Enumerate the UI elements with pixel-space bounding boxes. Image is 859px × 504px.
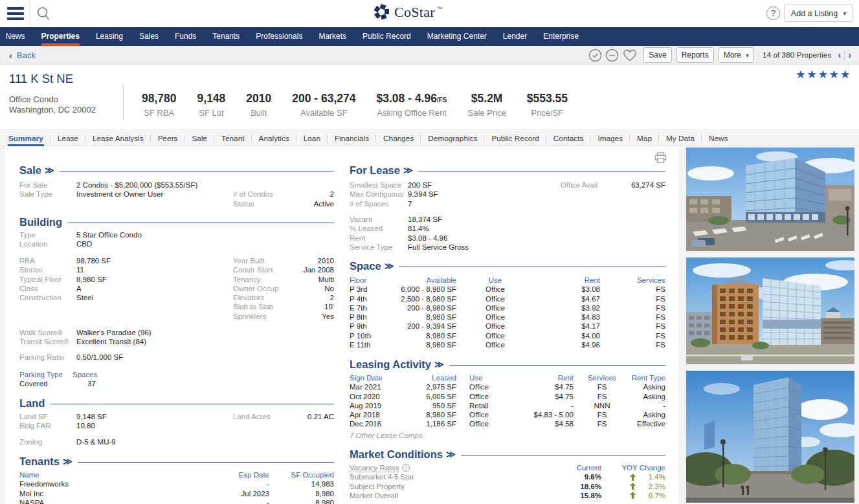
tab-label: Map (637, 134, 652, 143)
section-heading-sale: Sale≫ (19, 164, 334, 176)
print-icon[interactable] (654, 152, 667, 163)
primary-nav: NewsPropertiesLeasingSalesFundsTenantsPr… (0, 27, 859, 46)
check-circle-icon[interactable] (588, 49, 602, 62)
nav-item-properties[interactable]: Properties (33, 27, 87, 46)
building-photo-3[interactable] (686, 371, 854, 503)
section-title[interactable]: Market Conditions (350, 448, 443, 461)
market-yoy-value: 0.7% (643, 491, 665, 500)
column-header: Sign Date (350, 373, 395, 382)
table-cell: 2,975 SF (395, 382, 456, 391)
kv-row: Rent$3.08 - 4.96 (350, 234, 665, 243)
kv-row: # of Spaces7 (350, 199, 665, 208)
tab-analytics[interactable]: Analytics (252, 130, 296, 146)
building-photo-1[interactable] (686, 148, 854, 251)
table-row: Freedomworks-14,983 (19, 479, 334, 488)
tab-lease-analysis[interactable]: Lease Analysis (85, 130, 151, 146)
kv-value: Steel (76, 293, 93, 302)
tab-news[interactable]: News (702, 130, 735, 146)
nav-item-sales[interactable]: Sales (131, 27, 166, 46)
section-title[interactable]: Tenants (19, 455, 60, 468)
market-yoy-cell: 1.4% (601, 472, 665, 481)
table-cell: - (508, 401, 574, 410)
save-button[interactable]: Save (643, 47, 671, 63)
section-title[interactable]: Leasing Activity (350, 358, 431, 371)
tab-lease[interactable]: Lease (50, 130, 85, 146)
star-icon: ★ (818, 68, 829, 81)
nav-item-professionals[interactable]: Professionals (248, 27, 311, 46)
nav-item-markets[interactable]: Markets (311, 27, 355, 46)
more-button[interactable]: More▾ (719, 47, 754, 63)
kv-row: Bldg FAR10.80 (19, 421, 334, 430)
tab-public-record[interactable]: Public Record (484, 130, 546, 146)
table-cell: FS (574, 410, 630, 419)
tab-label: News (709, 134, 728, 143)
table-cell: Office (456, 382, 508, 391)
table-cell: E 7th (350, 303, 395, 312)
header-vertical-divider (123, 85, 124, 120)
column-header: Current (544, 463, 601, 472)
nav-item-enterprise[interactable]: Enterprise (535, 27, 587, 46)
nav-item-public-record[interactable]: Public Record (355, 27, 419, 46)
section-title[interactable]: Space (350, 260, 381, 272)
tab-label: Lease (58, 134, 78, 143)
table-cell: P 10th (350, 331, 395, 340)
tab-summary[interactable]: Summary (1, 130, 50, 146)
kv-group: Type5 Star Office CondoLocationCBD (19, 230, 334, 249)
kv-group-right: # of Condos2StatusActive (233, 190, 334, 208)
help-icon[interactable]: ? (766, 6, 780, 20)
minus-circle-icon[interactable] (605, 49, 619, 62)
add-a-listing-button[interactable]: Add a Listing▾ (784, 5, 853, 22)
tab-financials[interactable]: Financials (328, 130, 376, 146)
section-expand-icon: ≫ (45, 165, 54, 175)
heart-icon[interactable] (622, 49, 638, 62)
tab-demographics[interactable]: Demographics (421, 130, 484, 146)
vacancy-rates-label[interactable]: Vacancy Rates (350, 464, 399, 472)
table-cell: FS (600, 312, 665, 322)
tab-label: Demographics (428, 134, 477, 143)
section-title[interactable]: For Lease (350, 164, 400, 177)
prev-property-button[interactable]: ‹ (836, 50, 843, 60)
tab-changes[interactable]: Changes (376, 130, 421, 146)
section-rule (50, 404, 334, 405)
column-header: Services (574, 373, 630, 382)
data-table: NameExp DateSF OccupiedFreedomworks-14,9… (19, 470, 334, 504)
nav-item-news[interactable]: News (0, 27, 33, 46)
tab-contacts[interactable]: Contacts (546, 130, 591, 146)
kv-label: # of Spaces (350, 199, 408, 208)
table-cell: Jul 2023 (201, 489, 269, 498)
question-circle-icon[interactable]: ? (402, 464, 410, 472)
tab-sale[interactable]: Sale (184, 130, 214, 146)
tab-tenant[interactable]: Tenant (214, 130, 251, 146)
table-cell: 8,980 SF (395, 331, 456, 340)
costar-logo[interactable]: CoStar™ (0, 3, 837, 21)
column-header: Use (456, 373, 508, 382)
tab-images[interactable]: Images (590, 130, 630, 146)
tab-label: Tenant (221, 134, 244, 143)
tab-peers[interactable]: Peers (151, 130, 185, 146)
nav-item-tenants[interactable]: Tenants (205, 27, 248, 46)
section-heading-leasing-activity: Leasing Activity≫ (350, 358, 665, 370)
tab-loan[interactable]: Loan (296, 130, 328, 146)
nav-item-lender[interactable]: Lender (495, 27, 535, 46)
market-row: Market Overall15.8%0.7% (350, 491, 665, 500)
reports-button[interactable]: Reports (676, 47, 714, 63)
back-label: Back (17, 50, 36, 60)
section-title[interactable]: Land (19, 397, 45, 410)
kv-label: Constr Start (233, 265, 304, 274)
table-cell: Office (456, 285, 534, 294)
kv-value: Active (314, 199, 334, 208)
tab-my-data[interactable]: My Data (659, 130, 702, 146)
back-button[interactable]: ‹Back (9, 46, 36, 64)
table-cell: P 4th (350, 294, 395, 303)
nav-item-leasing[interactable]: Leasing (87, 27, 131, 46)
building-photo-2[interactable] (686, 257, 854, 364)
section-title[interactable]: Sale (19, 164, 41, 177)
nav-item-funds[interactable]: Funds (166, 27, 204, 46)
tab-map[interactable]: Map (630, 130, 659, 146)
section-title[interactable]: Building (19, 216, 62, 228)
kv-value: 2 (330, 293, 334, 302)
next-property-button[interactable]: › (846, 50, 853, 60)
toolbar: ‹Back Save Reports More▾ 14 of 380 Prope… (0, 46, 859, 65)
nav-item-marketing-center[interactable]: Marketing Center (419, 27, 495, 46)
tab-label: Images (597, 134, 623, 143)
